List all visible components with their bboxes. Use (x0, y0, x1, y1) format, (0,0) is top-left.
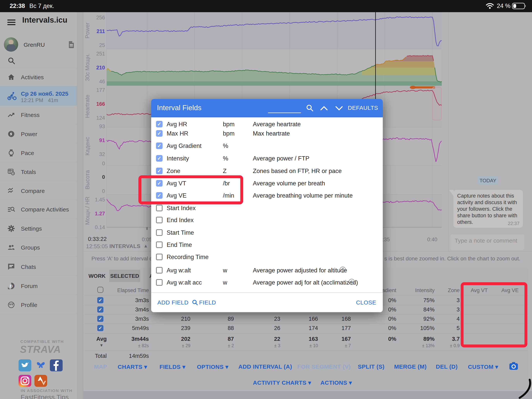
field-row-avg-walt[interactable]: Avg w:alt w Average power adjusted for a… (151, 264, 383, 276)
field-row-max-hr[interactable]: ✓ Max HR bpm Max heartrate (151, 127, 383, 139)
sidebar-item-fitness[interactable]: Fitness (0, 105, 77, 124)
field-row-start-time[interactable]: Start Time (151, 226, 383, 239)
twitter-icon[interactable] (19, 359, 31, 371)
sidebar-item-compare[interactable]: Compare (0, 181, 77, 200)
col-header-elapsed[interactable]: Elapsed Time (110, 287, 149, 293)
checkbox-unchecked[interactable] (156, 241, 163, 248)
chevron-up-icon[interactable]: ▲ (143, 243, 148, 249)
document-icon[interactable] (68, 41, 75, 49)
avg-c4-pm: ± 3 (242, 343, 280, 348)
checkbox-unchecked[interactable] (156, 267, 163, 273)
checkbox-checked[interactable]: ✓ (156, 121, 163, 127)
field-search-icon[interactable] (192, 299, 198, 306)
sidebar-item-power[interactable]: Power (0, 124, 77, 143)
avg-c4: 22 (242, 336, 280, 342)
checkbox-unchecked[interactable] (156, 279, 163, 286)
cell-cadence: 89 (195, 316, 234, 322)
sidebar-item-forum[interactable]: D Forum (0, 276, 77, 295)
cell-power: 239 (152, 325, 190, 331)
sidebar: Intervals.icu GrenRU Activities (0, 12, 77, 399)
chevron-up-icon[interactable] (320, 106, 328, 111)
sidebar-item-profile[interactable]: Profile (0, 295, 77, 314)
search-input[interactable] (268, 113, 301, 113)
toolbar-activity-charts-button[interactable]: ACTIVITY CHARTS ▾ (251, 379, 313, 386)
checkbox-checked[interactable]: ✓ (156, 130, 163, 137)
sidebar-item-settings[interactable]: Settings (0, 219, 77, 238)
tab-work[interactable]: WORK (87, 270, 107, 282)
avatar[interactable] (4, 37, 18, 52)
strava-wordmark: STRAVA (20, 343, 61, 355)
strava-icon[interactable] (34, 375, 47, 387)
fastfitness-label[interactable]: FastFitness.Tips (21, 393, 69, 399)
cell-cadence: 88 (195, 325, 234, 331)
power-icon (7, 130, 15, 138)
cell-zone: 4 (421, 316, 460, 322)
help-icon[interactable]: ? (348, 279, 355, 285)
note-card: Capture notes about this activity and di… (453, 190, 523, 228)
x-tick-mark (147, 227, 147, 230)
checkbox-unchecked[interactable] (156, 229, 163, 236)
note-message: Capture notes about this activity and di… (457, 193, 519, 225)
gear-icon (7, 225, 15, 232)
home-icon (7, 73, 15, 81)
field-row-end-time[interactable]: End Time (151, 239, 383, 251)
checkbox-unchecked[interactable] (156, 205, 163, 211)
y-tick: 0 (88, 174, 105, 180)
sidebar-item-chats[interactable]: Chats (0, 257, 77, 276)
cell-zone: 3 (421, 297, 460, 304)
toolbar-actions-button[interactable]: ACTIONS ▾ (305, 379, 367, 386)
avg-zone-pm: ± 0.9 (421, 343, 460, 348)
power-chart[interactable] (107, 12, 442, 49)
sidebar-item-groups[interactable]: Groups (0, 238, 77, 257)
search-icon[interactable] (8, 57, 15, 65)
sidebar-scrollbar[interactable] (77, 12, 83, 399)
sidebar-item-activities[interactable]: Activities (0, 68, 77, 86)
sidebar-item-totals[interactable]: Totals (0, 162, 77, 181)
avg-maxhr: 167 (312, 336, 351, 342)
app-screen: 22:38 Вс 7 дек. 24 % Intervals.icu GrenR… (0, 0, 532, 399)
tab-selected[interactable]: SELECTED (109, 270, 140, 282)
close-button[interactable]: CLOSE (356, 299, 376, 306)
instagram-icon[interactable] (19, 375, 31, 387)
checkbox-unchecked[interactable] (156, 217, 163, 223)
camera-icon[interactable] (509, 362, 518, 370)
field-row-avg-gradient[interactable]: ✓ Avg Gradient % (151, 139, 383, 152)
menu-hamburger-icon[interactable] (7, 19, 15, 26)
sidebar-item-activity-selected[interactable]: Ср 26 нояб. 2025 12:21 PM 41m (0, 86, 77, 106)
field-button[interactable]: FIELD (199, 299, 216, 306)
row-checkbox[interactable]: ✓ (97, 316, 103, 322)
y-tick: 1.45 (88, 197, 105, 203)
field-row-avg-walt-acc[interactable]: Avg w:alt acc w Average power adj for al… (151, 276, 383, 289)
bluesky-icon[interactable] (34, 359, 47, 371)
annotation-box-modal-avgvt-avgve (139, 175, 243, 204)
checkbox-checked[interactable]: ✓ (156, 155, 163, 162)
chevron-down-icon[interactable] (335, 106, 343, 111)
row-checkbox[interactable]: ✓ (97, 306, 103, 313)
facebook-icon[interactable] (50, 359, 63, 371)
sidebar-item-compare-activities[interactable]: Compare Activities (0, 200, 77, 219)
checkbox-checked[interactable]: ✓ (156, 142, 163, 149)
power30-chart[interactable] (107, 49, 442, 86)
field-row-end-index[interactable]: End Index (151, 214, 383, 226)
checkbox-checked[interactable]: ✓ (156, 168, 163, 174)
defaults-button[interactable]: DEFAULTS (348, 105, 378, 111)
search-icon[interactable] (306, 104, 314, 112)
intervals-toggle[interactable]: INTERVALS (109, 243, 140, 249)
cell-power: 210 (152, 316, 190, 322)
note-input[interactable]: Type a note or comment (450, 234, 524, 250)
toolbar-custom-button[interactable]: CUSTOM ▾ (452, 363, 514, 370)
select-all-checkbox[interactable] (97, 287, 103, 293)
sidebar-item-pace[interactable]: Pace (0, 143, 77, 162)
row-checkbox[interactable]: ✓ (97, 325, 103, 331)
y-tick: 210 (88, 65, 105, 71)
row-checkbox[interactable]: ✓ (97, 297, 103, 303)
toolbar-add-interval-button[interactable]: ADD INTERVAL (A) (234, 363, 296, 370)
discourse-icon: D (7, 282, 15, 290)
selection-highlight (432, 87, 441, 120)
checkbox-unchecked[interactable] (156, 254, 163, 260)
add-field-button[interactable]: ADD FIELD (157, 299, 189, 306)
field-row-recording-time[interactable]: Recording Time (151, 251, 383, 263)
field-row-intensity[interactable]: ✓ Intensity % Average power / FTP (151, 152, 383, 165)
avg-caret-icon[interactable]: ▼ (100, 343, 103, 348)
help-icon[interactable]: ? (340, 266, 346, 273)
